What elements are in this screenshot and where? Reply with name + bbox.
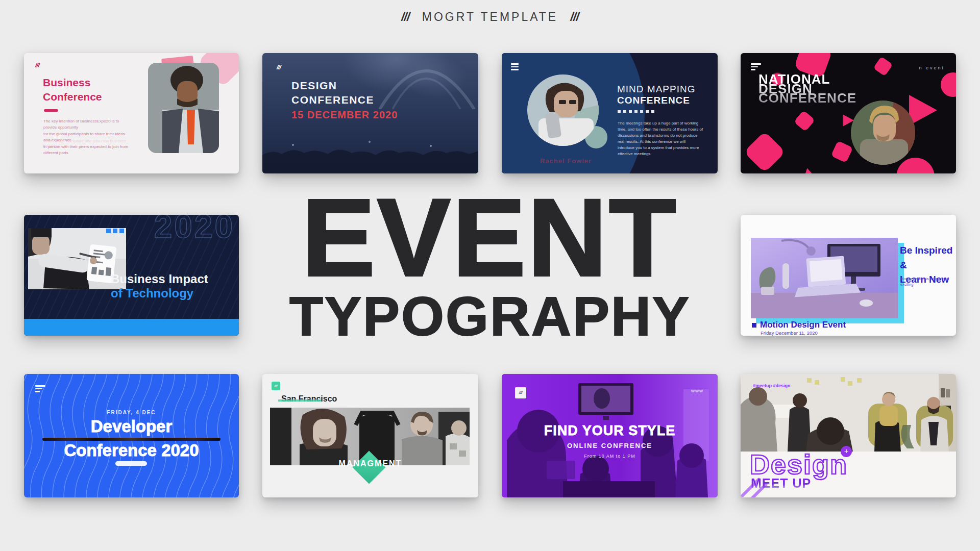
blue-square-decoration — [106, 229, 111, 233]
pink-shape — [744, 131, 786, 173]
card-description: The meetings take up a huge part of work… — [618, 120, 703, 157]
slashes-icon: /// — [35, 61, 39, 69]
template-card-design-conference[interactable]: /// DESIGN CONFERENCE 15 DECEMBER 2020 — [262, 53, 478, 173]
teal-slashes-icon: /// — [272, 382, 280, 390]
pink-shape — [831, 141, 853, 163]
slashes-icon: /// — [277, 63, 281, 71]
square-bullet — [752, 323, 756, 328]
event-date: Friday December 11, 2020 — [761, 330, 818, 336]
card-title-line1: Developer — [24, 417, 239, 436]
slashes-chip-icon: /// — [515, 387, 526, 398]
card-title: FIND YOUR STYLE — [502, 423, 718, 439]
card-title-line2: CONFERENCE — [291, 94, 374, 106]
card-label: MANAGMENT — [262, 459, 478, 468]
template-card-find-your-style[interactable]: /// www FIND YOUR STYLE ONLINE CONFRENCE… — [502, 374, 718, 497]
template-card-national-design[interactable]: n event NATIONAL DESIGN CONFERENCE — [741, 53, 956, 173]
website-url: www — [691, 388, 703, 393]
card-title-white: Business Impact — [111, 272, 208, 286]
card-title: NATIONAL DESIGN CONFERENCE — [758, 74, 856, 103]
menu-lines-icon — [751, 63, 761, 72]
card-title-line2: CONFERENCE — [617, 95, 690, 106]
square-dots-decoration — [618, 110, 654, 113]
blue-square-decoration — [119, 229, 124, 233]
card-description: The key intention of BusinessExpo20 is t… — [43, 118, 133, 156]
template-card-motion-design-event[interactable]: Be Inspired & Learn New Motion Design is… — [741, 215, 956, 336]
teal-strike-line — [278, 399, 321, 402]
arch-decoration — [375, 53, 478, 109]
mogrt-template-page: /// MOGRT TEMPLATE /// EVENT TYPOGRAPHY … — [0, 0, 980, 551]
pink-triangle — [796, 166, 822, 173]
blue-footer-bar — [24, 319, 239, 336]
hamburger-menu-icon — [511, 63, 519, 72]
accent-dash — [44, 109, 58, 112]
menu-lines-icon — [35, 385, 45, 394]
card-title-outline: Design — [750, 448, 848, 480]
plus-badge: + — [841, 446, 852, 457]
photo-man-portrait — [851, 101, 915, 165]
photo-speaker-portrait — [148, 63, 219, 153]
white-pill-button — [115, 461, 147, 466]
event-logo: n event — [919, 65, 945, 70]
event-date: 15 DECEMBER 2020 — [291, 109, 398, 121]
page-title: MOGRT TEMPLATE — [422, 10, 558, 23]
city-label: San Francisco — [281, 394, 337, 404]
template-card-design-meetup[interactable]: #meetup #design + Design MEET UP — [741, 374, 956, 497]
template-card-business-impact[interactable]: 2020 — [24, 215, 239, 336]
outline-year: 2020 — [154, 215, 235, 245]
event-name: Motion Design Event — [760, 320, 846, 330]
template-card-business-conference[interactable]: /// Business Conference The key intentio… — [24, 53, 239, 173]
card-description-faded: of the world to explore and gain new bus… — [43, 139, 133, 148]
card-subtext: Motion Design is a fresh and exciting — [900, 276, 951, 288]
card-title-line1: MIND MAPPING — [617, 84, 695, 95]
card-title-line1: DESIGN — [291, 80, 337, 92]
card-title: Business Conference — [43, 76, 102, 105]
crowd-silhouette — [262, 138, 478, 173]
template-card-managment[interactable]: /// San Francisco — [262, 374, 478, 497]
photo-workspace-purple — [751, 238, 898, 318]
hashtags-label: #meetup #design — [753, 383, 791, 388]
event-time: From 10 AM to 1 PM — [502, 454, 718, 459]
speaker-name: Rachel Fowler — [540, 157, 592, 165]
pink-shape — [896, 158, 935, 173]
pink-shape — [794, 110, 815, 132]
card-subtitle: ONLINE CONFRENCE — [502, 442, 718, 449]
page-header: /// MOGRT TEMPLATE /// — [0, 10, 980, 24]
pink-triangle — [909, 95, 937, 126]
card-title-solid: MEET UP — [751, 476, 811, 491]
template-card-mind-mapping[interactable]: Rachel Fowler MIND MAPPING CONFERENCE Th… — [502, 53, 718, 173]
header-slashes-left-icon: /// — [401, 10, 409, 23]
pink-shape — [873, 57, 893, 77]
header-slashes-right-icon: /// — [571, 10, 579, 23]
photo-woman-with-phone — [527, 74, 599, 146]
blue-square-decoration — [113, 229, 117, 233]
card-title-blue: of Technology — [111, 286, 193, 300]
event-date: FRIDAY, 4 DEC — [24, 410, 239, 415]
pink-shape — [941, 72, 956, 97]
template-card-developer-conference[interactable]: FRIDAY, 4 DEC Developer Conference 2020 — [24, 374, 239, 497]
card-title-line2: Conference 2020 — [24, 441, 239, 460]
